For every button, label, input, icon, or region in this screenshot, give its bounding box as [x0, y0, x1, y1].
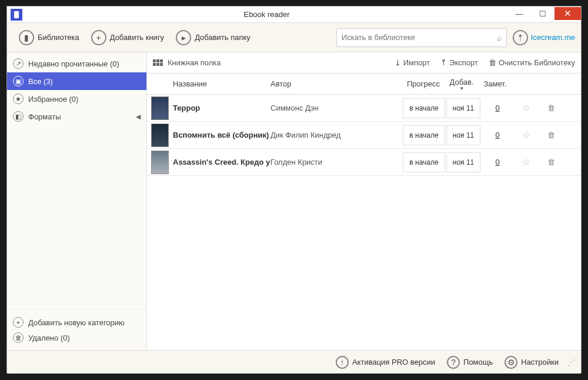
col-title[interactable]: Название — [173, 79, 270, 88]
sidebar-item-formats[interactable]: ◧ Форматы ◀ — [7, 108, 146, 125]
sidebar-item-deleted[interactable]: 🗑 Удалено (0) — [13, 330, 141, 345]
sidebar-item-favorites[interactable]: ★ Избранное (0) — [7, 90, 146, 108]
shelf-label: Книжная полка — [168, 58, 221, 67]
app-icon — [11, 9, 22, 21]
plus-icon: + — [13, 317, 24, 328]
book-date: ноя 11 — [446, 125, 480, 145]
book-title: Вспомнить всё (сборник) — [173, 131, 270, 139]
titlebar: Ebook reader — ☐ ✕ — [7, 6, 581, 23]
settings-label: Настройки — [521, 358, 559, 366]
add-category-label: Добавить новую категорию — [28, 318, 125, 327]
library-button[interactable]: ▮ Библиотека — [13, 27, 85, 48]
sidebar-item-label: Недавно прочитанные (0) — [28, 59, 119, 68]
sidebar-item-label: Форматы — [28, 112, 61, 121]
sidebar-item-all[interactable]: ▣ Все (3) — [7, 72, 146, 90]
book-date: ноя 11 — [446, 98, 480, 118]
add-category-button[interactable]: + Добавить новую категорию — [13, 315, 141, 330]
add-book-label: Добавить книгу — [110, 33, 164, 42]
main-content: Книжная полка ⤓ Импорт ⤒ Экспорт 🗑 Очист… — [147, 52, 581, 350]
trash-icon: 🗑 — [489, 58, 496, 67]
col-author[interactable]: Автор — [270, 79, 402, 88]
search-input[interactable] — [342, 33, 497, 42]
icecream-link[interactable]: ⇡ Icecream.me — [513, 30, 575, 45]
book-author: Голден Кристи — [270, 158, 402, 166]
favorite-button[interactable]: ☆ — [514, 156, 539, 168]
sort-desc-icon: ▾ — [445, 86, 479, 91]
book-progress: в начале — [403, 125, 445, 145]
add-folder-label: Добавить папку — [195, 33, 250, 42]
help-button[interactable]: ? Помощь — [442, 353, 497, 372]
window-title: Ebook reader — [26, 10, 507, 19]
activate-label: Активация PRO версии — [352, 358, 435, 366]
help-icon: ? — [447, 356, 460, 369]
export-label: Экспорт — [449, 58, 478, 67]
star-icon: ★ — [13, 94, 24, 104]
book-cover — [151, 151, 169, 174]
favorite-button[interactable]: ☆ — [514, 129, 539, 141]
export-button[interactable]: ⤒ Экспорт — [440, 58, 478, 67]
chevron-left-icon: ◀ — [136, 113, 141, 121]
book-cover — [151, 124, 169, 147]
book-author: Симмонс Дэн — [270, 104, 402, 112]
col-notes[interactable]: Замет. — [479, 79, 512, 88]
up-arrow-icon: ↑ — [336, 356, 349, 369]
book-progress: в начале — [403, 152, 445, 172]
deleted-label: Удалено (0) — [28, 334, 70, 342]
resize-grip[interactable]: ⋰ — [566, 358, 577, 366]
book-date: ноя 11 — [446, 152, 480, 172]
folder-plus-icon: ▸ — [176, 30, 191, 45]
import-label: Импорт — [403, 58, 430, 67]
library-label: Библиотека — [38, 33, 79, 42]
book-title: Террор — [173, 104, 270, 112]
delete-button[interactable]: 🗑 — [539, 131, 563, 139]
statusbar: ↑ Активация PRO версии ? Помощь ⚙ Настро… — [7, 350, 581, 374]
add-book-button[interactable]: + Добавить книгу — [85, 27, 170, 48]
icecream-label: Icecream.me — [531, 33, 575, 42]
book-notes[interactable]: 0 — [481, 104, 514, 112]
close-button[interactable]: ✕ — [554, 7, 581, 20]
plus-icon: + — [91, 30, 106, 45]
sidebar-item-recent[interactable]: ↗ Недавно прочитанные (0) — [7, 55, 146, 72]
gear-icon: ⚙ — [505, 356, 517, 369]
help-label: Помощь — [463, 358, 493, 366]
search-icon[interactable]: ⌕ — [497, 33, 502, 42]
favorite-button[interactable]: ☆ — [514, 102, 539, 114]
sidebar-footer: + Добавить новую категорию 🗑 Удалено (0) — [7, 309, 146, 350]
upload-icon: ⤒ — [440, 58, 447, 67]
sidebar-list: ↗ Недавно прочитанные (0) ▣ Все (3) ★ Из… — [7, 52, 146, 309]
download-icon: ⤓ — [395, 58, 401, 67]
sidebar: ↗ Недавно прочитанные (0) ▣ Все (3) ★ Из… — [7, 52, 147, 350]
app-window: Ebook reader — ☐ ✕ ▮ Библиотека + Добави… — [6, 6, 582, 373]
table-row[interactable]: Вспомнить всё (сборник) Дик Филип Киндре… — [147, 122, 581, 149]
table-row[interactable]: Assassin's Creed. Кредо убийцы Голден Кр… — [147, 149, 581, 176]
icecream-icon: ⇡ — [513, 30, 528, 45]
book-notes[interactable]: 0 — [481, 131, 514, 139]
delete-button[interactable]: 🗑 — [539, 158, 563, 166]
book-notes[interactable]: 0 — [481, 158, 514, 166]
delete-button[interactable]: 🗑 — [539, 104, 563, 112]
table-row[interactable]: Террор Симмонс Дэн в начале ноя 11 0 ☆ 🗑 — [147, 95, 581, 122]
grid-view-icon[interactable] — [153, 59, 163, 66]
activate-pro-button[interactable]: ↑ Активация PRO версии — [331, 353, 440, 372]
main-toolbar: ▮ Библиотека + Добавить книгу ▸ Добавить… — [7, 23, 581, 52]
clear-library-button[interactable]: 🗑 Очистить Библиотеку — [489, 58, 575, 67]
maximize-button[interactable]: ☐ — [531, 7, 554, 20]
book-cover — [151, 96, 169, 120]
recent-icon: ↗ — [13, 58, 24, 69]
col-progress[interactable]: Прогресс — [402, 79, 445, 88]
trash-icon: 🗑 — [13, 332, 24, 343]
book-author: Дик Филип Киндред — [270, 131, 402, 139]
sidebar-item-label: Избранное (0) — [28, 95, 78, 104]
book-progress: в начале — [403, 98, 445, 118]
search-box[interactable]: ⌕ — [336, 28, 507, 47]
minimize-button[interactable]: — — [507, 7, 531, 20]
import-button[interactable]: ⤓ Импорт — [395, 58, 430, 67]
add-folder-button[interactable]: ▸ Добавить папку — [170, 27, 256, 48]
formats-icon: ◧ — [13, 111, 24, 122]
book-icon: ▮ — [19, 30, 34, 45]
col-added[interactable]: Добав. ▾ — [445, 78, 479, 91]
shelf-toolbar: Книжная полка ⤓ Импорт ⤒ Экспорт 🗑 Очист… — [147, 52, 581, 74]
settings-button[interactable]: ⚙ Настройки — [500, 353, 563, 372]
all-icon: ▣ — [13, 76, 24, 86]
sidebar-item-label: Все (3) — [28, 77, 53, 86]
